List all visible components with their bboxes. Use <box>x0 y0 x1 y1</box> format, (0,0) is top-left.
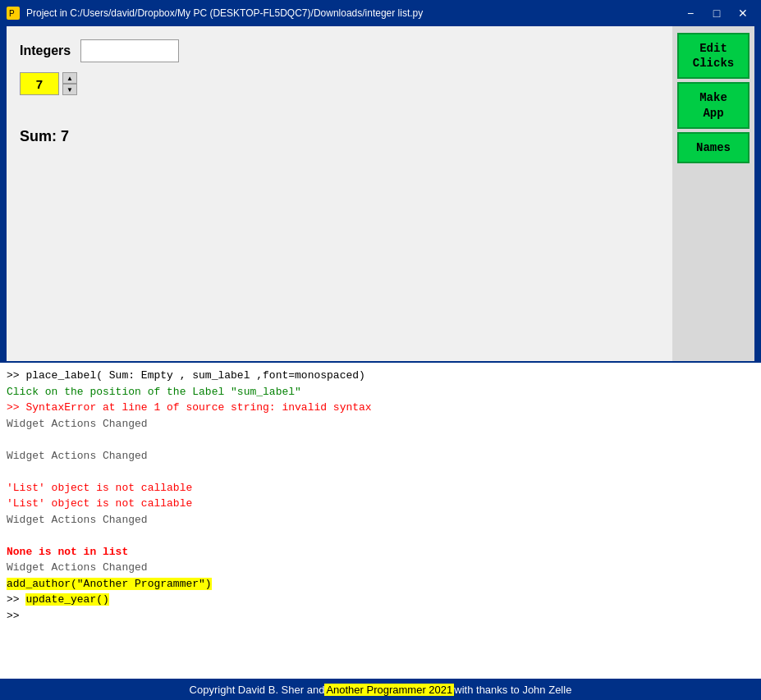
console-line: Click on the position of the Label "sum_… <box>7 384 754 400</box>
status-text-before: Copyright David B. Sher and <box>190 684 325 696</box>
app-icon: P <box>7 7 20 20</box>
status-bar: Copyright David B. Sher and Another Prog… <box>0 679 761 700</box>
app-area: Integers 7 ▲ ▼ Sum: 7 EditClicks MakeApp… <box>0 26 761 679</box>
integers-input[interactable] <box>80 39 179 62</box>
console-line: >> update_year() <box>7 592 754 608</box>
console-line: >> <box>7 608 754 625</box>
window-title: Project in C:/Users/david/Dropbox/My PC … <box>26 7 423 19</box>
console-line <box>7 432 754 448</box>
console-line: >> SyntaxError at line 1 of source strin… <box>7 400 754 416</box>
console-line: 'List' object is not callable <box>7 496 754 512</box>
title-bar: P Project in C:/Users/david/Dropbox/My P… <box>0 0 761 26</box>
console-line: Widget Actions Changed <box>7 416 754 432</box>
edit-clicks-button[interactable]: EditClicks <box>677 33 750 79</box>
window-controls: − □ ✕ <box>679 3 754 23</box>
integers-label: Integers <box>20 43 71 58</box>
console-line: add_author("Another Programmer") <box>7 576 754 592</box>
console-line: 'List' object is not callable <box>7 480 754 496</box>
right-strip <box>754 26 761 361</box>
console-line: Widget Actions Changed <box>7 448 754 464</box>
gui-section: Integers 7 ▲ ▼ Sum: 7 EditClicks MakeApp… <box>0 26 761 363</box>
gui-content: Integers 7 ▲ ▼ Sum: 7 <box>7 26 672 361</box>
status-text-after: with thanks to John Zelle <box>454 684 571 696</box>
console-line: Widget Actions Changed <box>7 560 754 576</box>
listbox-item[interactable]: 7 <box>20 72 59 95</box>
console-section: >> place_label( Sum: Empty , sum_label ,… <box>0 363 761 679</box>
console-line <box>7 528 754 544</box>
make-app-button[interactable]: MakeApp <box>677 82 750 128</box>
integers-row: Integers <box>20 39 659 62</box>
maximize-button[interactable]: □ <box>705 3 728 23</box>
close-button[interactable]: ✕ <box>731 3 754 23</box>
right-sidebar: EditClicks MakeApp Names <box>672 26 754 361</box>
listbox-area: 7 ▲ ▼ <box>20 72 659 95</box>
svg-text:P: P <box>9 9 15 18</box>
status-highlight: Another Programmer 2021 <box>324 684 454 696</box>
listbox-scrollbar: ▲ ▼ <box>62 72 77 95</box>
title-bar-left: P Project in C:/Users/david/Dropbox/My P… <box>7 7 423 20</box>
console-line <box>7 464 754 480</box>
scroll-down-btn[interactable]: ▼ <box>62 84 77 95</box>
names-button[interactable]: Names <box>677 132 750 163</box>
left-strip <box>0 26 7 361</box>
highlight-span: add_author("Another Programmer") <box>7 578 212 590</box>
console-line: >> place_label( Sum: Empty , sum_label ,… <box>7 368 754 384</box>
console-output[interactable]: >> place_label( Sum: Empty , sum_label ,… <box>0 363 761 679</box>
highlight-span: update_year() <box>25 593 108 606</box>
minimize-button[interactable]: − <box>679 3 702 23</box>
console-line: None is not in list <box>7 544 754 560</box>
console-line: Widget Actions Changed <box>7 512 754 528</box>
scroll-up-btn[interactable]: ▲ <box>62 72 77 84</box>
sum-label: Sum: 7 <box>20 128 659 145</box>
